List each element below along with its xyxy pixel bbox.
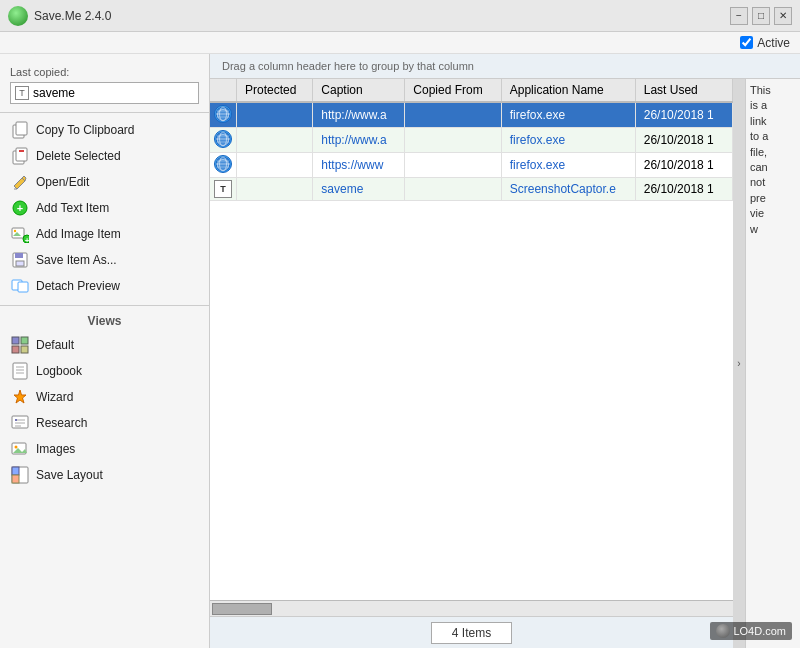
protected-cell bbox=[237, 153, 313, 178]
table-row[interactable]: TsavemeScreenshotCaptor.e26/10/2018 1 bbox=[210, 178, 733, 201]
collapse-arrow[interactable]: › bbox=[733, 79, 745, 648]
drag-hint: Drag a column header here to group by th… bbox=[210, 54, 800, 79]
view-default[interactable]: Default bbox=[0, 332, 209, 358]
view-save-layout[interactable]: Save Layout bbox=[0, 462, 209, 488]
view-logbook[interactable]: Logbook bbox=[0, 358, 209, 384]
col-protected[interactable]: Protected bbox=[237, 79, 313, 102]
col-app-name[interactable]: Application Name bbox=[501, 79, 635, 102]
edit-icon bbox=[10, 172, 30, 192]
app-title: Save.Me 2.4.0 bbox=[34, 9, 730, 23]
last-copied-value: saveme bbox=[33, 86, 75, 100]
maximize-button[interactable]: □ bbox=[752, 7, 770, 25]
window-controls: − □ ✕ bbox=[730, 7, 792, 25]
action-detach-preview[interactable]: Detach Preview bbox=[0, 273, 209, 299]
h-scroll-thumb[interactable] bbox=[212, 603, 272, 615]
content-area: Drag a column header here to group by th… bbox=[210, 54, 800, 648]
svg-point-10 bbox=[14, 230, 16, 232]
view-images[interactable]: Images bbox=[0, 436, 209, 462]
svg-point-32 bbox=[15, 446, 18, 449]
table-row[interactable]: http://www.afirefox.exe26/10/2018 1 bbox=[210, 102, 733, 128]
save-layout-label: Save Layout bbox=[36, 468, 103, 482]
minimize-button[interactable]: − bbox=[730, 7, 748, 25]
svg-point-41 bbox=[216, 132, 230, 146]
copied-from-cell bbox=[405, 178, 501, 201]
table-wrapper[interactable]: Protected Caption Copied From Applicatio… bbox=[210, 79, 733, 600]
view-research[interactable]: Research bbox=[0, 410, 209, 436]
copied-from-cell bbox=[405, 153, 501, 178]
svg-point-36 bbox=[216, 107, 230, 121]
delete-icon bbox=[10, 146, 30, 166]
svg-text:+: + bbox=[17, 202, 23, 214]
action-delete-selected[interactable]: Delete Selected bbox=[0, 143, 209, 169]
title-bar: Save.Me 2.4.0 − □ ✕ bbox=[0, 0, 800, 32]
svg-rect-21 bbox=[21, 346, 28, 353]
save-layout-icon bbox=[10, 465, 30, 485]
last-used-cell: 26/10/2018 1 bbox=[635, 128, 732, 153]
table-row[interactable]: http://www.afirefox.exe26/10/2018 1 bbox=[210, 128, 733, 153]
action-open-edit[interactable]: Open/Edit bbox=[0, 169, 209, 195]
copy-clipboard-label: Copy To Clipboard bbox=[36, 123, 135, 137]
save-item-icon bbox=[10, 250, 30, 270]
row-icon-cell bbox=[210, 153, 237, 178]
default-view-icon bbox=[10, 335, 30, 355]
col-icon[interactable] bbox=[210, 79, 237, 102]
action-copy-clipboard[interactable]: Copy To Clipboard bbox=[0, 117, 209, 143]
preview-panel: Thisis alinkto afile,cannotpreview bbox=[745, 79, 800, 648]
sidebar-scroll[interactable]: Last copied: T saveme Copy To Clipboard bbox=[0, 54, 209, 648]
svg-rect-19 bbox=[21, 337, 28, 344]
table-header-row: Protected Caption Copied From Applicatio… bbox=[210, 79, 733, 102]
svg-rect-1 bbox=[16, 122, 27, 135]
app-name-cell: firefox.exe bbox=[501, 102, 635, 128]
active-label[interactable]: Active bbox=[740, 36, 790, 50]
col-last-used[interactable]: Last Used bbox=[635, 79, 732, 102]
action-add-image-item[interactable]: + Add Image Item bbox=[0, 221, 209, 247]
table-section: Protected Caption Copied From Applicatio… bbox=[210, 79, 733, 648]
add-image-item-label: Add Image Item bbox=[36, 227, 121, 241]
items-count: 4 Items bbox=[431, 622, 512, 644]
action-add-text-item[interactable]: + Add Text Item bbox=[0, 195, 209, 221]
copy-icon bbox=[10, 120, 30, 140]
open-edit-label: Open/Edit bbox=[36, 175, 89, 189]
action-save-item-as[interactable]: Save Item As... bbox=[0, 247, 209, 273]
col-copied-from[interactable]: Copied From bbox=[405, 79, 501, 102]
preview-text: Thisis alinkto afile,cannotpreview bbox=[750, 83, 796, 237]
last-copied-section: Last copied: T saveme bbox=[0, 60, 209, 108]
main-layout: Last copied: T saveme Copy To Clipboard bbox=[0, 54, 800, 648]
caption-cell: http://www.a bbox=[313, 102, 405, 128]
table-row[interactable]: https://wwwfirefox.exe26/10/2018 1 bbox=[210, 153, 733, 178]
svg-rect-22 bbox=[13, 363, 27, 379]
svg-point-37 bbox=[220, 107, 227, 121]
col-caption[interactable]: Caption bbox=[313, 79, 405, 102]
svg-point-30 bbox=[15, 419, 17, 421]
copied-from-cell bbox=[405, 128, 501, 153]
content-middle: Protected Caption Copied From Applicatio… bbox=[210, 79, 800, 648]
globe-icon bbox=[214, 130, 232, 148]
last-used-cell: 26/10/2018 1 bbox=[635, 102, 732, 128]
svg-rect-15 bbox=[16, 261, 24, 266]
row-icon-cell: T bbox=[210, 178, 237, 201]
close-button[interactable]: ✕ bbox=[774, 7, 792, 25]
horizontal-scrollbar[interactable] bbox=[210, 600, 733, 616]
text-icon: T bbox=[214, 180, 232, 198]
bottom-bar: 4 Items bbox=[210, 616, 733, 648]
delete-selected-label: Delete Selected bbox=[36, 149, 121, 163]
views-label: Views bbox=[0, 314, 209, 328]
data-table: Protected Caption Copied From Applicatio… bbox=[210, 79, 733, 201]
svg-text:+: + bbox=[25, 236, 29, 243]
view-wizard[interactable]: Wizard bbox=[0, 384, 209, 410]
wizard-label: Wizard bbox=[36, 390, 73, 404]
detach-icon bbox=[10, 276, 30, 296]
images-icon bbox=[10, 439, 30, 459]
save-item-as-label: Save Item As... bbox=[36, 253, 117, 267]
caption-cell: http://www.a bbox=[313, 128, 405, 153]
logbook-label: Logbook bbox=[36, 364, 82, 378]
table-body: http://www.afirefox.exe26/10/2018 1http:… bbox=[210, 102, 733, 201]
app-name-cell: firefox.exe bbox=[501, 153, 635, 178]
detach-preview-label: Detach Preview bbox=[36, 279, 120, 293]
globe-icon bbox=[214, 155, 232, 173]
row-icon-cell bbox=[210, 128, 237, 153]
wizard-icon bbox=[10, 387, 30, 407]
protected-cell bbox=[237, 178, 313, 201]
active-checkbox[interactable] bbox=[740, 36, 753, 49]
svg-rect-20 bbox=[12, 346, 19, 353]
